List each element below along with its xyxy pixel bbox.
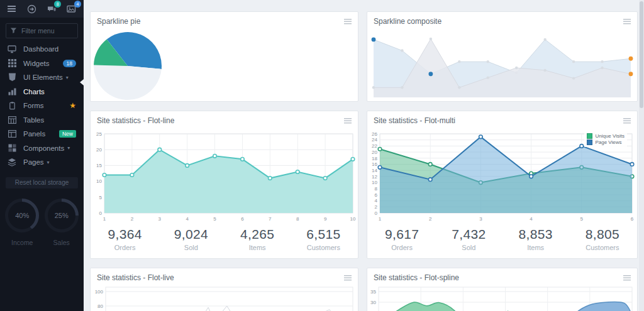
svg-text:24: 24: [372, 137, 377, 143]
sidebar-item-panels[interactable]: Panels New: [0, 127, 84, 141]
gauge-ring: 40%: [5, 199, 39, 232]
panel-menu-icon[interactable]: [344, 19, 352, 25]
svg-text:1: 1: [379, 216, 382, 222]
chevron-down-icon: ▾: [66, 75, 69, 80]
tables-icon: [8, 116, 16, 124]
sidebar-item-tables[interactable]: Tables: [0, 113, 84, 128]
gauge-income: 40% Income: [5, 199, 39, 246]
panel-menu-icon[interactable]: [344, 118, 352, 124]
active-item-arrow: [80, 79, 84, 85]
panel-menu-icon[interactable]: [623, 275, 631, 281]
stat-value: 8,805: [569, 227, 636, 242]
legend-label: Page Views: [595, 139, 621, 145]
main-content: Sparkline pie Sparkline composite Site s…: [84, 0, 644, 311]
stat-label: Sold: [158, 244, 224, 251]
svg-text:7: 7: [269, 216, 272, 222]
arrow-circle-icon[interactable]: [26, 3, 38, 14]
stat-label: Customers: [569, 244, 636, 251]
widgets-count-badge: 18: [63, 60, 76, 67]
legend-label: Unique Visits: [595, 133, 625, 139]
panels-new-badge: New: [59, 130, 76, 138]
ui-elements-icon: [8, 73, 16, 82]
stat-items: 8,853 Items: [502, 227, 569, 251]
stat-value: 9,024: [158, 227, 224, 242]
svg-text:100: 100: [95, 289, 104, 295]
svg-text:4: 4: [530, 216, 533, 222]
gauge-label: Income: [11, 239, 33, 246]
sidebar-item-ui-elements[interactable]: UI Elements ▾: [0, 70, 84, 85]
components-icon: [8, 144, 16, 153]
svg-text:5: 5: [213, 216, 216, 222]
panel-title: Site statistics - Flot-multi: [374, 116, 455, 125]
widgets-icon: [8, 59, 16, 68]
svg-text:0: 0: [375, 210, 378, 216]
sidebar-item-label: Components: [23, 145, 64, 152]
stat-label: Customers: [291, 244, 357, 251]
panel-title: Site statistics - Flot-line: [97, 116, 174, 125]
chevron-down-icon: ▾: [47, 160, 50, 165]
sidebar-item-dashboard[interactable]: Dashboard: [0, 42, 84, 57]
sidebar-item-forms[interactable]: Forms ★: [0, 99, 84, 113]
sidebar-item-label: Dashboard: [23, 45, 58, 53]
filter-menu-wrap: [6, 23, 78, 38]
flot-live-chart: 10080604020: [92, 286, 357, 311]
stat-value: 4,265: [225, 227, 291, 242]
svg-text:2: 2: [429, 216, 432, 222]
sidebar-item-pages[interactable]: Pages ▾: [0, 155, 84, 170]
sidebar-item-widgets[interactable]: Widgets 18: [0, 57, 84, 71]
gauge-ring: 25%: [45, 199, 79, 232]
sidebar-item-label: Forms: [23, 102, 44, 109]
chat-icon[interactable]: 8: [46, 3, 57, 14]
svg-text:22: 22: [372, 143, 377, 149]
panel-title: Sparkline composite: [374, 17, 441, 26]
forms-icon: [8, 101, 16, 110]
sidebar-item-label: Charts: [23, 88, 45, 95]
sidebar: 8 4 Dashboard Widgets 18: [0, 0, 84, 311]
panel-menu-icon[interactable]: [623, 19, 631, 25]
stat-sold: 7,432 Sold: [435, 227, 502, 251]
sidebar-item-label: UI Elements: [23, 74, 63, 81]
svg-text:15: 15: [96, 163, 102, 168]
svg-text:6: 6: [631, 216, 634, 222]
star-icon: ★: [69, 102, 76, 109]
stat-orders: 9,364 Orders: [92, 227, 158, 251]
chat-badge: 8: [54, 1, 61, 8]
stats-row: 9,364 Orders 9,024 Sold 4,265 Items 6,51…: [92, 227, 357, 251]
panel-menu-icon[interactable]: [344, 275, 352, 281]
panel-sparkline-composite: Sparkline composite: [367, 11, 638, 102]
stat-label: Items: [502, 244, 569, 251]
panel-title: Sparkline pie: [97, 17, 140, 26]
stat-sold: 9,024 Sold: [158, 227, 224, 251]
svg-text:10: 10: [96, 178, 102, 184]
panel-flot-spline: Site statistics - Flot-spline 3530252015…: [367, 268, 638, 311]
svg-text:1: 1: [103, 216, 106, 222]
stat-label: Orders: [369, 244, 435, 251]
svg-text:14: 14: [372, 168, 377, 173]
reset-local-storage-button[interactable]: Reset local storage: [6, 177, 78, 188]
sidebar-item-label: Panels: [23, 130, 45, 138]
stat-label: Items: [225, 244, 291, 251]
svg-text:4: 4: [186, 216, 189, 222]
sidebar-item-components[interactable]: Components ▾: [0, 141, 84, 156]
top-navbar: 8 4: [0, 0, 84, 18]
gauge-value: 40%: [15, 212, 29, 219]
stats-row: 9,617 Orders 7,432 Sold 8,853 Items 8,80…: [369, 227, 636, 251]
scrollbar-track[interactable]: [639, 0, 644, 311]
panel-flot-live: Site statistics - Flot-live 10080604020: [90, 268, 358, 311]
chart-legend: Unique Visits Page Views: [584, 131, 627, 147]
menu-toggle-icon[interactable]: [6, 3, 18, 14]
stat-value: 6,515: [291, 227, 357, 242]
svg-text:2: 2: [131, 216, 134, 222]
panel-title: Site statistics - Flot-spline: [374, 273, 459, 282]
svg-text:20: 20: [372, 150, 377, 155]
scrollbar-thumb[interactable]: [640, 1, 643, 108]
svg-text:30: 30: [370, 300, 376, 305]
legend-swatch-blue: [587, 139, 592, 145]
messages-icon[interactable]: 4: [66, 3, 77, 14]
svg-text:2: 2: [375, 204, 378, 210]
svg-text:20: 20: [96, 147, 102, 153]
svg-text:16: 16: [372, 161, 377, 167]
gauge-sales: 25% Sales: [45, 199, 79, 246]
panel-menu-icon[interactable]: [623, 118, 631, 124]
sidebar-item-charts[interactable]: Charts: [0, 85, 84, 99]
